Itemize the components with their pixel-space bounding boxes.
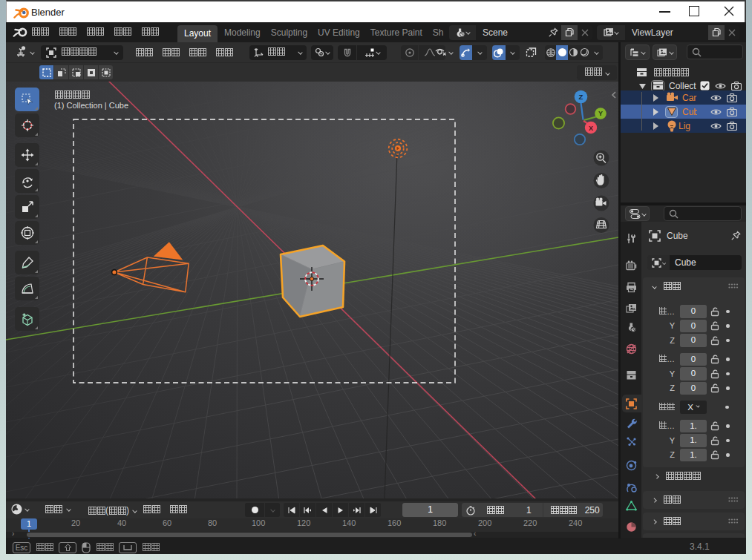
svg-text:Z: Z bbox=[579, 93, 583, 101]
svg-text:Y: Y bbox=[598, 110, 603, 117]
svg-text:X: X bbox=[589, 125, 593, 132]
